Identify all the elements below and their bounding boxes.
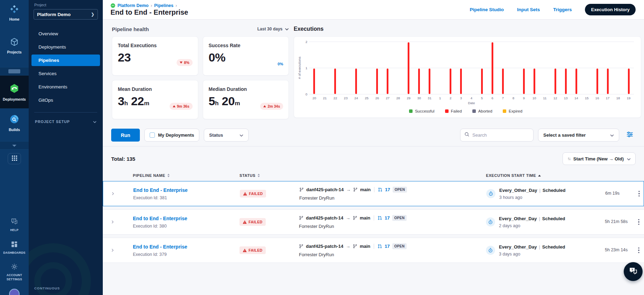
failed-bar[interactable] (460, 69, 462, 94)
rail-item-home[interactable]: Home (0, 0, 29, 25)
rail-item-projects[interactable]: Projects (0, 33, 29, 58)
card-label: Success Rate (209, 43, 283, 48)
divider-dash-icon (8, 69, 20, 73)
expand-chevron-icon[interactable] (103, 192, 123, 196)
rail-item-builds[interactable]: Builds (0, 110, 29, 136)
failed-bar[interactable] (429, 69, 430, 94)
failed-bar[interactable] (575, 69, 577, 94)
chart-x-ticks: 2021222324252627282930311234567891011121… (309, 96, 634, 100)
rail-item-label: Builds (9, 128, 20, 132)
legend-item-failed[interactable]: Failed (445, 109, 462, 113)
chart-bar-slot (581, 42, 592, 94)
rail-item-deployments[interactable]: Deployments (0, 75, 29, 108)
legend-item-expired[interactable]: Expired (503, 109, 522, 113)
saved-filter-label: Select a saved filter (543, 132, 586, 138)
execution-row[interactable]: End to End - Enterprise Execution Id: 38… (103, 209, 644, 235)
pr-number-link[interactable]: 17 (385, 187, 390, 192)
pr-number-link[interactable]: 17 (385, 215, 389, 221)
project-selector[interactable]: Platform Demo ❯ (34, 9, 98, 20)
sidebar-item-deployments[interactable]: Deployments (31, 41, 100, 53)
chart-bar-slot (602, 42, 613, 94)
sidebar-item-environments[interactable]: Environments (31, 81, 100, 93)
time-range-select[interactable]: Last 30 days (257, 27, 289, 31)
sort-select[interactable]: ↑↓ Start Time (New → Old) (563, 152, 636, 165)
row-menu-button[interactable] (634, 219, 644, 225)
sidebar-item-overview[interactable]: Overview (31, 28, 100, 39)
failed-bar[interactable] (607, 69, 609, 94)
tab-input-sets[interactable]: Input Sets (517, 7, 540, 12)
my-deployments-filter[interactable]: My Deployments (144, 129, 199, 142)
help-chat-fab[interactable]: ? (624, 262, 643, 281)
pipeline-name-link[interactable]: End to End - Enterprise (133, 216, 187, 221)
rail-item-dashboards[interactable]: DASHBOARDS (0, 237, 29, 259)
failed-bar[interactable] (376, 69, 378, 94)
failed-bar[interactable] (523, 69, 525, 94)
run-button[interactable]: Run (111, 129, 140, 142)
delta-badge: 9m 36s (170, 103, 193, 110)
failed-bar[interactable] (481, 69, 483, 94)
column-header-status[interactable]: STATUS (239, 173, 299, 178)
failed-bar[interactable] (492, 42, 493, 94)
status-filter-select[interactable]: Status (204, 129, 249, 142)
row-menu-button[interactable] (634, 247, 644, 253)
failed-bar[interactable] (418, 69, 420, 94)
legend-swatch (503, 109, 506, 113)
saved-filter-select[interactable]: Select a saved filter (538, 129, 619, 142)
rail-collapse-toggle[interactable] (0, 141, 29, 150)
failed-bar[interactable] (450, 69, 451, 94)
column-header-execution-start-time[interactable]: EXECUTION START TIME (486, 173, 605, 178)
pipeline-name-link[interactable]: End to End - Enterprise (133, 244, 187, 250)
user-avatar[interactable] (9, 289, 20, 295)
failed-bar[interactable] (596, 69, 598, 94)
sidebar-item-gitops[interactable]: GitOps (31, 94, 100, 106)
sidebar-item-services[interactable]: Services (31, 68, 100, 79)
legend-item-successful[interactable]: Successful (409, 109, 435, 113)
rail-divider-handle[interactable] (0, 67, 29, 75)
breadcrumb-separator: › (176, 3, 177, 8)
failed-bar[interactable] (628, 69, 630, 94)
rail-item-label: Projects (7, 50, 21, 54)
tab-execution-history[interactable]: Execution History (585, 4, 636, 15)
pr-number-link[interactable]: 17 (385, 244, 389, 249)
execution-row[interactable]: End to End - Enterprise Execution Id: 37… (103, 238, 644, 263)
my-deployments-checkbox[interactable] (150, 132, 155, 138)
apps-grid-button[interactable] (8, 153, 21, 164)
tab-triggers[interactable]: Triggers (553, 7, 572, 12)
tab-pipeline-studio[interactable]: Pipeline Studio (470, 7, 504, 12)
rail-item-label: ACCOUNT SETTINGS (4, 273, 24, 281)
chart-bar-slot (424, 42, 435, 94)
duration: 5h 21m 58s (605, 218, 634, 225)
rail-item-account-settings[interactable]: ACCOUNT SETTINGS (0, 259, 29, 285)
execution-id: Execution Id: 381 (133, 195, 240, 200)
failed-bar[interactable] (334, 69, 336, 94)
trigger-description: Forrester DryRun (299, 252, 486, 257)
sidebar-item-pipelines[interactable]: Pipelines (31, 55, 100, 66)
git-branch-icon (353, 244, 357, 249)
failed-bar[interactable] (554, 69, 556, 94)
pipeline-name-link[interactable]: End to End - Enterprise (133, 187, 188, 193)
execution-row[interactable]: End to End - Enterprise Execution Id: 38… (103, 181, 644, 206)
chart-bar-slot (351, 42, 362, 94)
failed-bar[interactable] (502, 69, 504, 94)
column-header-pipeline-name[interactable]: PIPELINE NAME (122, 173, 239, 178)
breadcrumb-pipelines-link[interactable]: Pipelines (154, 3, 173, 8)
git-branch-icon (299, 187, 304, 192)
legend-item-aborted[interactable]: Aborted (472, 109, 492, 113)
gear-icon (11, 263, 18, 272)
failed-bar[interactable] (387, 69, 388, 94)
expand-chevron-icon[interactable] (103, 248, 122, 252)
failed-bar[interactable] (534, 69, 535, 94)
failed-bar[interactable] (565, 69, 567, 94)
rail-item-label: Deployments (3, 97, 26, 101)
project-setup-toggle[interactable]: PROJECT SETUP (34, 120, 98, 124)
failed-bar[interactable] (408, 42, 409, 94)
breadcrumb-project-link[interactable]: Platform Demo (117, 3, 149, 8)
search-input[interactable] (472, 132, 529, 138)
row-menu-button[interactable] (634, 191, 644, 197)
chart-y-ticks: 012 (302, 42, 309, 94)
failed-bar[interactable] (355, 69, 357, 94)
expand-chevron-icon[interactable] (103, 220, 122, 224)
rail-item-help[interactable]: ? HELP (0, 214, 29, 236)
failed-bar[interactable] (313, 69, 315, 94)
filter-settings-button[interactable] (624, 129, 636, 141)
